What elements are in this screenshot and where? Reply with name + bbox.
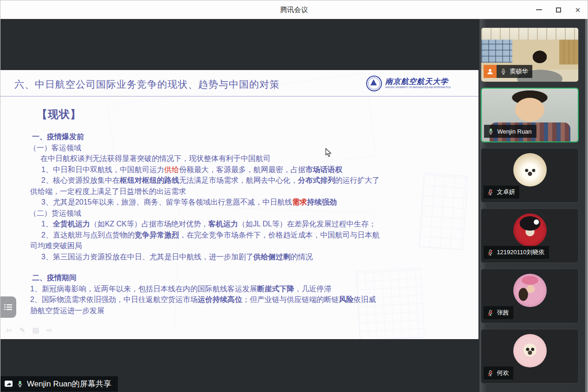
participant-name: 张茜 xyxy=(497,308,509,317)
minimize-icon xyxy=(536,9,542,10)
slide-text-line: 在中日航权谈判无法获得显著突破的情况下，现状整体有利于中国航司 xyxy=(40,153,472,164)
close-button[interactable]: ✕ xyxy=(568,0,588,19)
arrow-left-icon: ⇦ xyxy=(5,326,13,334)
participant-name: Wenjin Ruan xyxy=(497,128,531,135)
microphone-icon xyxy=(487,309,494,316)
slide-text-line: 3、第三国运力资源投放在中日、尤其是日中航线，进一步加剧了供给侧过剩的情况 xyxy=(41,251,472,263)
university-logo: 南京航空航天大学 NANJING UNIVERSITY OF AERONAUTI… xyxy=(366,76,469,91)
screen-share-banner-text: Wenjin Ruan的屏幕共享 xyxy=(27,379,111,389)
participant-badge-row: Wenjin Ruan xyxy=(484,125,536,138)
slide-text-line: 司均难突破困局 xyxy=(30,240,472,251)
screen-share-icon xyxy=(4,380,13,388)
participant-badge-row: 何欢 xyxy=(484,366,513,379)
participant-badge-row: 121920110刘晓依 xyxy=(484,246,549,259)
participant-name-badge: 121920110刘晓依 xyxy=(484,246,549,259)
participant-badge-row: 文卓妍 xyxy=(484,186,519,199)
pen-icon: ✎ xyxy=(19,326,26,334)
slide-text-line: 1、全货机运力（如KZ CK等）占据市场绝对优势，客机运力（如JL DL等）在差… xyxy=(41,218,472,230)
slide-text-line: 胁航空货运进一步发展 xyxy=(30,305,472,316)
participant-badge-row: 窦硕华 xyxy=(484,65,532,78)
presentation-slide: 六、中日航空公司国际业务竞争的现状、趋势与中国的对策 南京航空航天大学 NANJ… xyxy=(0,70,478,339)
slide-title: 六、中日航空公司国际业务竞争的现状、趋势与中国的对策 xyxy=(14,78,280,91)
participant-name-badge: 文卓妍 xyxy=(484,186,519,199)
minimize-button[interactable] xyxy=(529,0,549,19)
window-controls: ✕ xyxy=(529,0,588,19)
maximize-button[interactable] xyxy=(549,0,568,19)
participant-thumbnail[interactable]: 张茜 xyxy=(481,269,579,323)
shared-screen-area: 六、中日航空公司国际业务竞争的现状、趋势与中国的对策 南京航空航天大学 NANJ… xyxy=(0,19,478,392)
app-title: 腾讯会议 xyxy=(0,0,588,19)
participant-name-badge: 何欢 xyxy=(484,366,513,379)
participants-panel: 窦硕华 Wenjin Ruan xyxy=(478,19,588,392)
participant-thumbnail[interactable]: Wenjin Ruan xyxy=(481,88,579,142)
app-window: 腾讯会议 ✕ 六、中日航空公司国际业务竞争的现状、趋势与中国的对策 南京航空航天… xyxy=(0,0,588,392)
slide-text-line: 一、疫情爆发前 xyxy=(32,131,472,142)
participant-name: 文卓妍 xyxy=(497,188,515,196)
title-bar: 腾讯会议 ✕ xyxy=(0,0,588,19)
arrow-right-icon: ⇨ xyxy=(45,326,53,334)
slide-text-line: （一）客运领域 xyxy=(29,142,472,154)
participants-scrollbar[interactable] xyxy=(585,19,588,392)
participant-name: 何欢 xyxy=(497,369,509,377)
maximize-icon xyxy=(556,7,561,13)
slide-text-line: 2、直达航班与点到点货物的竞争异常激烈，在完全竞争市场条件下，价格趋近成本，中国… xyxy=(41,230,472,241)
screen-share-banner: Wenjin Ruan的屏幕共享 xyxy=(0,376,118,392)
slide-text-line: 二、疫情期间 xyxy=(32,272,472,283)
slide-text-line: 3、尤其是2015年以来，旅游、商务、留学等各领域出行意愿不减，中日航线需求持续… xyxy=(41,197,472,208)
participant-thumbnail[interactable]: 何欢 xyxy=(481,329,579,384)
participant-thumbnail[interactable]: 121920110刘晓依 xyxy=(481,208,579,263)
slide-title-divider xyxy=(0,96,478,96)
participant-name-badge: 窦硕华 xyxy=(497,65,532,78)
university-seal-icon xyxy=(366,76,382,91)
participant-thumbnail[interactable]: 窦硕华 xyxy=(481,27,579,82)
microphone-icon xyxy=(487,370,494,377)
participant-name-badge: Wenjin Ruan xyxy=(484,125,536,138)
host-person-icon xyxy=(486,68,494,75)
microphone-icon xyxy=(500,68,507,75)
slide-section-heading: 【现状】 xyxy=(37,107,81,122)
slide-text-line: 供给端，一定程度上满足了日益增长的出运需求 xyxy=(30,186,472,197)
participant-name: 窦硕华 xyxy=(510,67,528,76)
close-icon: ✕ xyxy=(575,6,581,13)
slide-text-line: 2、核心资源投放集中在枢纽对枢纽的路线无法满足市场需求，航网去中心化，分布式排列… xyxy=(41,175,472,186)
university-name: 南京航空航天大学 xyxy=(385,78,469,85)
participant-thumbnail[interactable]: 文卓妍 xyxy=(481,148,579,203)
menu-icon: ▤ xyxy=(32,326,39,334)
annotation-toggle-button xyxy=(0,296,16,318)
slide-text-line: 2、国际物流需求依旧强劲，中日往返航空货运市场运价持续高位；但产业链与供应链端的… xyxy=(30,294,472,305)
host-badge xyxy=(484,65,497,78)
microphone-active-icon xyxy=(16,380,24,388)
participant-name-badge: 张茜 xyxy=(484,306,513,319)
slide-text-line: （二）货运领域 xyxy=(29,208,472,219)
slide-text-line: 1、新冠病毒影响，近两年以来，包括日本线在内的国际航线客运发展断崖式下降，几近停… xyxy=(30,283,472,295)
university-subtext: NANJING UNIVERSITY OF AERONAUTICS AND AS… xyxy=(385,86,451,89)
microphone-icon xyxy=(487,128,494,135)
slide-nav-toolbar: ⇦ ✎ ▤ ⇨ xyxy=(5,326,53,334)
participant-name: 121920110刘晓依 xyxy=(497,248,544,257)
participants-list: 窦硕华 Wenjin Ruan xyxy=(481,27,582,389)
slide-text-line: 1、中日和日中双航线，中国航司运力供给份额最大，客源最多，航网最密，占据市场话语… xyxy=(41,164,472,175)
slide-body-text: 一、疫情爆发前（一）客运领域在中日航权谈判无法获得显著突破的情况下，现状整体有利… xyxy=(29,131,472,316)
microphone-icon xyxy=(487,189,494,196)
participant-badge-row: 张茜 xyxy=(484,306,513,319)
list-icon xyxy=(4,303,13,311)
microphone-icon xyxy=(487,249,494,256)
